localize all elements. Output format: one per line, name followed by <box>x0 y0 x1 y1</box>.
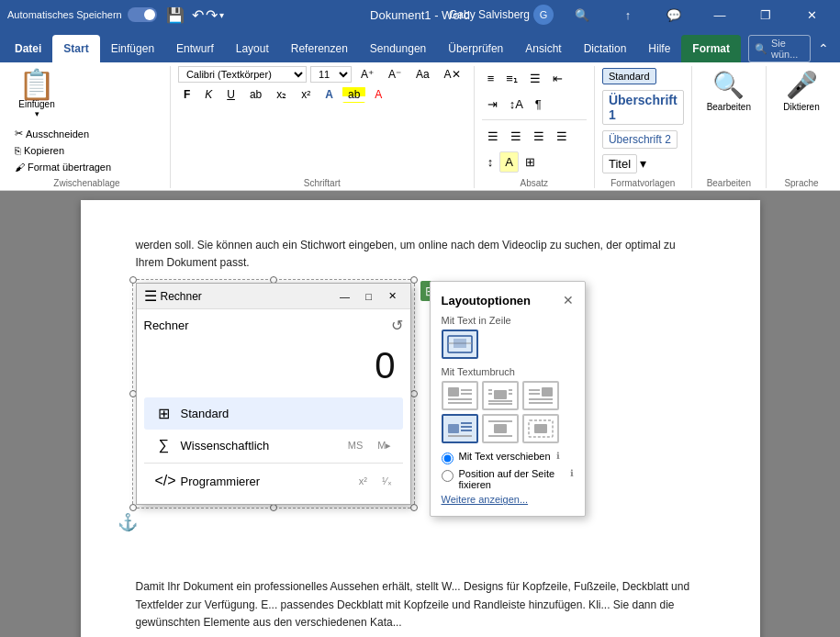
border-button[interactable]: ⊞ <box>520 151 541 173</box>
sort-button[interactable]: ↕A <box>504 94 529 115</box>
diktieren-button[interactable]: 🎤 Diktieren <box>774 66 829 116</box>
style-normal[interactable]: Standard <box>602 68 656 84</box>
svg-rect-29 <box>534 424 547 433</box>
paste-button[interactable]: 📋 Einfügen ▾ <box>11 66 62 122</box>
search-title-icon[interactable]: 🔍 <box>561 0 603 29</box>
svg-rect-25 <box>494 424 507 433</box>
text-effects-button[interactable]: A <box>319 86 339 103</box>
superscript-button[interactable]: x² <box>296 86 316 103</box>
bearbeiten-group: 🔍 Bearbeiten Bearbeiten <box>692 66 767 188</box>
comments-icon[interactable]: 💬 <box>653 0 695 29</box>
grow-font-button[interactable]: A⁺ <box>355 66 379 83</box>
styles-more-button[interactable]: ▾ <box>640 156 646 171</box>
layout-wrap1-button[interactable] <box>442 381 478 410</box>
tab-format[interactable]: Format <box>681 35 741 62</box>
tab-ansicht[interactable]: Ansicht <box>514 35 572 62</box>
multilevel-button[interactable]: ☰ <box>524 68 546 89</box>
layout-section2-label: Mit Textumbruch <box>442 366 574 377</box>
tab-hilfe[interactable]: Hilfe <box>637 35 681 62</box>
bullets-button[interactable]: ≡ <box>482 68 500 89</box>
underline-button[interactable]: U <box>221 86 241 103</box>
tab-start[interactable]: Start <box>52 35 99 62</box>
user-avatar[interactable]: G <box>533 5 554 25</box>
share-icon[interactable]: ↑ <box>607 0 649 29</box>
align-left-button[interactable]: ☰ <box>482 126 504 147</box>
calc-mode-standard[interactable]: ⊞ Standard <box>144 397 403 430</box>
layout-fix-position-radio[interactable] <box>442 470 454 482</box>
paste-dropdown[interactable]: ▾ <box>35 109 39 118</box>
layout-info-icon2[interactable]: ℹ <box>570 468 574 478</box>
font-color-button[interactable]: A <box>369 86 387 103</box>
calc-minimize-button[interactable]: — <box>335 289 355 304</box>
close-button[interactable]: ✕ <box>790 0 833 29</box>
tab-referenzen[interactable]: Referenzen <box>280 35 359 62</box>
tab-layout[interactable]: Layout <box>225 35 280 62</box>
restore-button[interactable]: ❐ <box>745 0 787 29</box>
tab-entwurf[interactable]: Entwurf <box>165 35 225 62</box>
line-spacing-button[interactable]: ↕ <box>482 151 499 173</box>
numbering-button[interactable]: ≡₁ <box>500 68 523 89</box>
undo-button[interactable]: ↶ <box>192 6 204 24</box>
style-h2[interactable]: Überschrift 2 <box>602 130 678 149</box>
handle-tr[interactable] <box>410 276 418 284</box>
tab-sendungen[interactable]: Sendungen <box>359 35 437 62</box>
autosave-label: Automatisches Speichern <box>7 9 122 20</box>
font-family-select[interactable]: Calibri (Textkörper) <box>178 66 307 83</box>
font-size-select[interactable]: 11 <box>310 66 352 83</box>
subscript-button[interactable]: x₂ <box>271 86 292 103</box>
align-center-button[interactable]: ☰ <box>505 126 527 147</box>
calc-mode-scientific[interactable]: ∑ Wissenschaftlich MS M▸ <box>144 430 403 461</box>
layout-wrap4-button[interactable] <box>442 414 478 443</box>
handle-br[interactable] <box>410 504 418 511</box>
change-case-button[interactable]: Aa <box>410 66 435 83</box>
layout-more-link[interactable]: Weitere anzeigen... <box>442 494 574 505</box>
layout-popup-close[interactable]: ✕ <box>563 293 574 307</box>
clear-format-button[interactable]: A✕ <box>439 66 466 83</box>
layout-wrap2-button[interactable] <box>482 381 519 410</box>
increase-indent-button[interactable]: ⇥ <box>482 94 503 115</box>
italic-button[interactable]: K <box>199 86 218 103</box>
decrease-indent-button[interactable]: ⇤ <box>547 68 568 89</box>
layout-move-with-text-radio[interactable] <box>442 453 454 464</box>
layout-wrap3-button[interactable] <box>522 381 559 410</box>
tab-dictation[interactable]: Dictation <box>573 35 638 62</box>
calculator-window[interactable]: ☰ Rechner — □ ✕ Rechner ↺ 0 <box>136 283 411 505</box>
shading-button[interactable]: A <box>499 151 519 173</box>
save-icon[interactable]: 💾 <box>166 6 185 24</box>
calc-close-button[interactable]: ✕ <box>383 289 403 304</box>
handle-bl[interactable] <box>129 504 137 511</box>
copy-button[interactable]: ⎘Kopieren <box>11 143 115 158</box>
minimize-button[interactable]: — <box>699 0 741 29</box>
style-title[interactable]: Titel <box>602 154 637 173</box>
tab-datei[interactable]: Datei <box>4 35 52 62</box>
tab-einfuegen[interactable]: Einfügen <box>100 35 165 62</box>
style-h1[interactable]: Überschrift 1 <box>602 90 684 125</box>
bold-button[interactable]: F <box>178 86 196 103</box>
tab-ueberpruefen[interactable]: Überprüfen <box>437 35 514 62</box>
layout-wrap5-button[interactable] <box>482 414 519 443</box>
ribbon-collapse-icon[interactable]: ⌃ <box>818 41 829 56</box>
justify-button[interactable]: ☰ <box>551 126 573 147</box>
cut-button[interactable]: ✂Ausschneiden <box>11 126 115 141</box>
redo-button[interactable]: ↷ <box>206 6 218 24</box>
layout-wrap6-button[interactable] <box>522 414 559 443</box>
shrink-font-button[interactable]: A⁻ <box>383 66 407 83</box>
layout-inline-button[interactable] <box>442 330 478 359</box>
text-highlight-button[interactable]: ab <box>342 86 365 103</box>
calc-mode-programmer[interactable]: </> Programmierer x² ¹∕ₓ <box>144 465 403 497</box>
handle-bc[interactable] <box>270 504 277 511</box>
autosave-toggle[interactable] <box>128 7 157 22</box>
ribbon-search-box[interactable]: 🔍 Sie wün... <box>748 35 811 62</box>
calc-restore-button[interactable]: □ <box>359 289 379 304</box>
bearbeiten-button[interactable]: 🔍 Bearbeiten <box>700 66 758 116</box>
customize-quick-access[interactable]: ▾ <box>219 10 224 20</box>
strikethrough-button[interactable]: ab <box>244 86 267 103</box>
handle-mr[interactable] <box>410 390 418 397</box>
calc-history-button[interactable]: ↺ <box>391 317 403 334</box>
show-marks-button[interactable]: ¶ <box>530 94 547 115</box>
align-right-button[interactable]: ☰ <box>528 126 550 147</box>
calc-menu-icon[interactable]: ☰ <box>144 287 157 305</box>
format-painter-button[interactable]: 🖌Format übertragen <box>11 160 115 174</box>
layout-info-icon1[interactable]: ℹ <box>556 451 560 461</box>
layout-section1-label: Mit Text in Zeile <box>442 315 574 326</box>
